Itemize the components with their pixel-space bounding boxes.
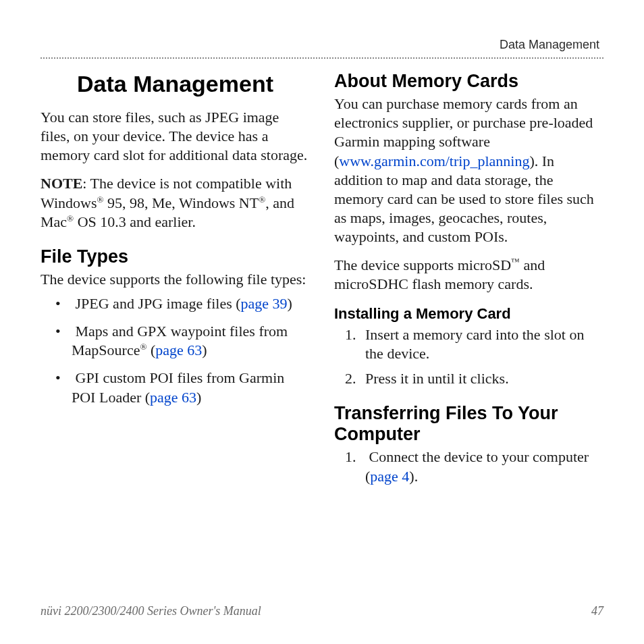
reg-mark: ® (259, 194, 265, 204)
transferring-files-heading: Transferring Files To Your Computer (334, 403, 603, 445)
left-column: Data Management You can store files, suc… (41, 71, 310, 492)
about-memory-cards-p1: You can purchase memory cards from an el… (334, 95, 603, 246)
list-item: Maps and GPX waypoint files from MapSour… (41, 322, 310, 361)
file-types-list: JPEG and JPG image files (page 39) Maps … (41, 294, 310, 407)
item-text: ( (146, 342, 155, 359)
item-text: JPEG and JPG image files ( (76, 295, 241, 312)
compatibility-note: NOTE: The device is not compatible with … (41, 174, 310, 231)
list-item: JPEG and JPG image files (page 39) (41, 294, 310, 314)
intro-paragraph: You can store files, such as JPEG image … (41, 108, 310, 165)
page-title: Data Management (41, 71, 310, 97)
external-link[interactable]: www.garmin.com/trip_planning (339, 153, 529, 169)
item-text: ) (288, 295, 292, 312)
reg-mark: ® (67, 213, 74, 223)
page-footer: nüvi 2200/2300/2400 Series Owner's Manua… (41, 604, 603, 618)
page-ref-link[interactable]: page 4 (370, 468, 409, 485)
note-text-d: OS 10.3 and earlier. (74, 213, 196, 230)
body-text: The device supports microSD (334, 257, 511, 273)
running-header: Data Management (41, 38, 603, 57)
about-memory-cards-p2: The device supports microSD™ and microSD… (334, 256, 603, 294)
file-types-intro: The device supports the following file t… (41, 270, 310, 289)
list-item: GPI custom POI files from Garmin POI Loa… (41, 369, 310, 407)
transfer-steps: Connect the device to your computer (pag… (334, 448, 603, 486)
tm-mark: ™ (511, 257, 520, 267)
page-number: 47 (591, 604, 603, 618)
page-ref-link[interactable]: page 63 (150, 389, 196, 406)
item-text: ). (409, 468, 418, 485)
list-item: Press it in until it clicks. (334, 369, 603, 389)
reg-mark: ® (140, 342, 146, 352)
page-ref-link[interactable]: page 39 (241, 295, 288, 312)
item-text: ) (202, 342, 207, 359)
list-item: Insert a memory card into the slot on th… (334, 325, 603, 364)
installing-memory-card-heading: Installing a Memory Card (334, 305, 603, 323)
note-label: NOTE (41, 175, 82, 192)
list-item: Connect the device to your computer (pag… (334, 448, 603, 486)
two-column-layout: Data Management You can store files, suc… (41, 71, 603, 492)
note-text-b: 95, 98, Me, Windows NT (103, 194, 259, 211)
header-rule (41, 57, 603, 59)
item-text: ) (196, 389, 201, 406)
page-ref-link[interactable]: page 63 (155, 342, 202, 359)
footer-manual-title: nüvi 2200/2300/2400 Series Owner's Manua… (41, 604, 261, 618)
right-column: About Memory Cards You can purchase memo… (334, 71, 603, 492)
reg-mark: ® (97, 194, 103, 204)
about-memory-cards-heading: About Memory Cards (334, 71, 603, 92)
install-steps: Insert a memory card into the slot on th… (334, 325, 603, 389)
file-types-heading: File Types (41, 246, 310, 267)
